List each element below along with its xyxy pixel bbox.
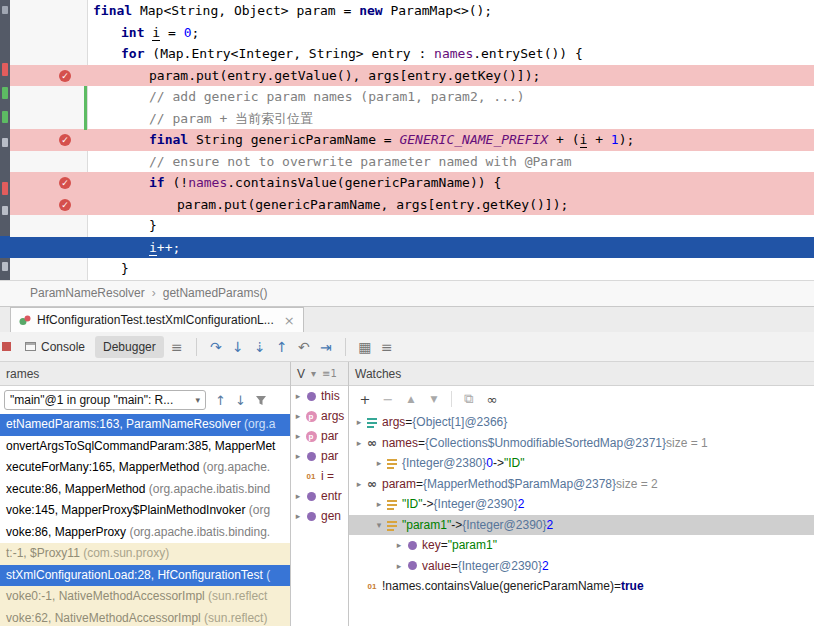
tab-console[interactable]: Console (17, 336, 93, 358)
step-into-icon[interactable]: ↓ (227, 339, 249, 355)
expand-chevron[interactable]: ▸ (393, 540, 405, 550)
code-line[interactable]: // add generic param names (param1, para… (10, 86, 814, 108)
breadcrumb-class[interactable]: ParamNameResolver (30, 286, 145, 300)
show-watches-icon[interactable]: ∞ (482, 392, 502, 407)
expand-chevron[interactable]: ▸ (353, 438, 365, 448)
watch-row[interactable]: ▸∞param = {MapperMethod$ParamMap@2378} s… (349, 474, 814, 495)
variable-row[interactable]: 01i = (291, 466, 348, 486)
drop-frame-icon[interactable]: ↶ (293, 339, 315, 355)
watch-row[interactable]: ▸value = {Integer@2390} 2 (349, 556, 814, 577)
step-out-icon[interactable]: ↑ (271, 339, 293, 355)
code-token: (Map.Entry<Integer, String> entry : (144, 46, 434, 61)
stripe-mark[interactable] (2, 182, 8, 195)
move-watch-up-icon[interactable]: ▲ (401, 394, 421, 404)
variable-row[interactable]: ▸gen (291, 506, 348, 526)
code-line[interactable]: // ensure not to overwrite parameter nam… (10, 151, 814, 173)
move-watch-down-icon[interactable]: ▼ (424, 394, 444, 404)
stripe-mark[interactable] (2, 63, 8, 76)
run-to-cursor-icon[interactable]: ⇥ (315, 339, 337, 355)
stripe-mark[interactable] (2, 6, 8, 14)
chevron-down-icon[interactable]: ▾ (311, 368, 316, 379)
code-line[interactable]: param.put(genericParamName, args[entry.g… (10, 194, 814, 216)
code-line[interactable]: int i = 0; (10, 22, 814, 44)
frame-row[interactable]: t:-1, $Proxy11 (com.sun.proxy) (0, 543, 290, 565)
frame-row[interactable]: voke:86, MapperProxy (org.apache.ibatis.… (0, 522, 290, 544)
frame-row[interactable]: etNamedParams:163, ParamNameResolver (or… (0, 414, 290, 436)
variables-panel: V ▾ ≡1 ▸this▸pargs▸ppar▸par01i = ▸entr▸g… (291, 362, 348, 626)
debug-window-tab-row: HfConfigurationTest.testXmlConfiguration… (0, 306, 814, 332)
watch-row[interactable]: 01!names.containsValue(genericParamName)… (349, 576, 814, 597)
code-token: .entrySet()) { (473, 46, 583, 61)
frame-text: onvertArgsToSqlCommandParam:385, MapperM… (6, 439, 275, 453)
evaluate-expression-icon[interactable]: ▦ (354, 339, 376, 355)
expand-chevron[interactable]: ▸ (373, 499, 385, 509)
next-frame-icon[interactable]: ↓ (235, 393, 246, 408)
stripe-mark[interactable] (2, 262, 8, 271)
copy-watch-icon[interactable]: ⧉ (459, 391, 479, 407)
stripe-mark[interactable] (0, 236, 10, 258)
thread-selector[interactable]: "main"@1 in group "main": R... ▾ (4, 390, 206, 410)
code-line[interactable]: final String genericParamName = GENERIC_… (10, 129, 814, 151)
tab-debugger[interactable]: Debugger (95, 336, 164, 358)
stripe-mark[interactable] (2, 111, 8, 123)
frame-row[interactable]: onvertArgsToSqlCommandParam:385, MapperM… (0, 436, 290, 458)
expand-chevron[interactable]: ▸ (353, 479, 365, 489)
expand-chevron[interactable]: ▸ (373, 458, 385, 468)
code-line[interactable]: } (10, 215, 814, 237)
frame-row[interactable]: voke0:-1, NativeMethodAccessorImpl (sun.… (0, 586, 290, 608)
breadcrumb-method[interactable]: getNamedParams() (163, 286, 268, 300)
variable-row[interactable]: ▸this (291, 386, 348, 406)
watch-row[interactable]: ▸∞names = {Collections$UnmodifiableSorte… (349, 433, 814, 454)
close-icon[interactable]: × (284, 313, 295, 328)
add-watch-icon[interactable]: + (355, 392, 375, 407)
expand-chevron[interactable]: ▸ (292, 451, 304, 461)
expand-chevron[interactable]: ▸ (292, 491, 304, 501)
remove-watch-icon[interactable]: − (378, 392, 398, 407)
force-step-into-icon[interactable]: ⇣ (249, 339, 271, 355)
settings-menu-icon[interactable]: ≡ (376, 339, 398, 355)
code-line[interactable]: i++; (10, 237, 814, 259)
expand-chevron[interactable]: ▸ (292, 411, 304, 421)
code-line[interactable]: for (Map.Entry<Integer, String> entry : … (10, 43, 814, 65)
expand-chevron[interactable]: ▸ (292, 431, 304, 441)
watch-row[interactable]: ▸key = "param1" (349, 535, 814, 556)
restore-layout-icon[interactable]: ≡ (166, 339, 188, 355)
variable-row[interactable]: ▸ppar (291, 426, 348, 446)
frame-text: voke:86, MapperProxy (6, 525, 129, 539)
watch-row[interactable]: ▸{Integer@2380} 0 -> "ID" (349, 453, 814, 474)
variable-row[interactable]: ▸pargs (291, 406, 348, 426)
expand-chevron[interactable]: ▸ (292, 511, 304, 521)
variables-view-options-icon[interactable]: ≡1 (322, 368, 337, 379)
watch-row[interactable]: ▸"ID" -> {Integer@2390} 2 (349, 494, 814, 515)
code-line[interactable]: final Map<String, Object> param = new Pa… (10, 0, 814, 22)
stripe-mark[interactable] (2, 206, 8, 215)
code-line[interactable]: if (!names.containsValue(genericParamNam… (10, 172, 814, 194)
stripe-mark[interactable] (2, 87, 8, 99)
expand-chevron[interactable]: ▸ (353, 417, 365, 427)
code-line[interactable]: param.put(entry.getValue(), args[entry.g… (10, 65, 814, 87)
vcs-change-bar[interactable] (84, 86, 87, 130)
tool-window-stripe-icon[interactable] (2, 342, 11, 351)
debug-session-tab[interactable]: HfConfigurationTest.testXmlConfiguration… (10, 307, 304, 332)
frame-row[interactable]: stXmlConfigurationLoad:28, HfConfigurati… (0, 565, 290, 587)
step-over-icon[interactable]: ↷ (205, 339, 227, 355)
watch-row[interactable]: ▾"param1" -> {Integer@2390} 2 (349, 515, 814, 536)
expand-chevron[interactable]: ▸ (393, 561, 405, 571)
variable-row[interactable]: ▸entr (291, 486, 348, 506)
watch-text: -> (451, 518, 462, 532)
expand-chevron[interactable]: ▸ (292, 391, 304, 401)
stripe-mark[interactable] (2, 138, 8, 147)
expand-chevron[interactable]: ▾ (373, 520, 385, 530)
frame-row[interactable]: voke:62, NativeMethodAccessorImpl (sun.r… (0, 608, 290, 626)
code-line[interactable]: // param + 当前索引位置 (10, 108, 814, 130)
frame-row[interactable]: xecute:86, MapperMethod (org.apache.ibat… (0, 479, 290, 501)
breadcrumb: ParamNameResolver›getNamedParams() (0, 280, 814, 306)
variable-row[interactable]: ▸par (291, 446, 348, 466)
frame-row[interactable]: voke:145, MapperProxy$PlainMethodInvoker… (0, 500, 290, 522)
filter-frames-icon[interactable] (255, 394, 267, 406)
watch-row[interactable]: ▸args = {Object[1]@2366} (349, 412, 814, 433)
frame-row[interactable]: xecuteForMany:165, MapperMethod (org.apa… (0, 457, 290, 479)
code-token: new (359, 3, 382, 18)
code-line[interactable]: } (10, 258, 814, 280)
previous-frame-icon[interactable]: ↑ (215, 393, 226, 408)
